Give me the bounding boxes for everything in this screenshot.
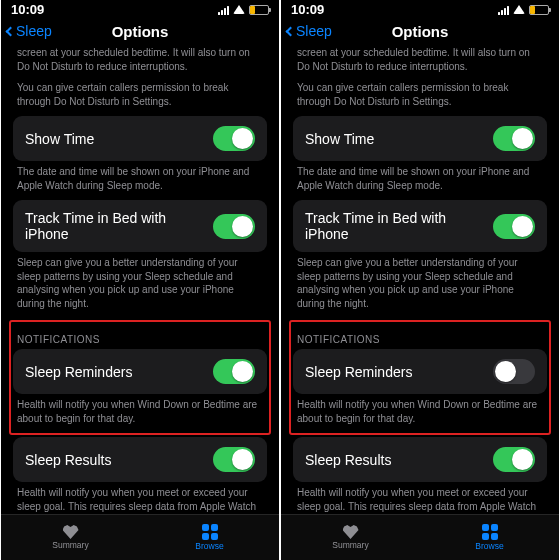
page-title: Options bbox=[281, 23, 559, 40]
tab-summary[interactable]: Summary bbox=[281, 515, 420, 560]
nav-bar: Sleep Options bbox=[281, 16, 559, 46]
content: screen at your scheduled bedtime. It wil… bbox=[1, 46, 279, 514]
status-right bbox=[218, 5, 269, 15]
row-label: Sleep Results bbox=[305, 452, 391, 468]
row-sleep-results[interactable]: Sleep Results bbox=[13, 437, 267, 482]
grid-icon bbox=[482, 524, 498, 540]
tab-label: Summary bbox=[332, 540, 368, 550]
toggle-sleep-reminders[interactable] bbox=[493, 359, 535, 384]
wifi-icon bbox=[513, 5, 525, 14]
status-bar: 10:09 bbox=[281, 0, 559, 16]
toggle-track-time[interactable] bbox=[493, 214, 535, 239]
row-label: Track Time in Bed with iPhone bbox=[25, 210, 213, 242]
row-label: Track Time in Bed with iPhone bbox=[305, 210, 493, 242]
status-time: 10:09 bbox=[291, 2, 324, 17]
desc-show-time: The date and time will be shown on your … bbox=[293, 161, 547, 200]
nav-bar: Sleep Options bbox=[1, 16, 279, 46]
status-right bbox=[498, 5, 549, 15]
section-notifications: NOTIFICATIONS bbox=[13, 322, 267, 349]
tab-browse[interactable]: Browse bbox=[420, 515, 559, 560]
heart-icon bbox=[63, 525, 79, 539]
tab-browse[interactable]: Browse bbox=[140, 515, 279, 560]
grid-icon bbox=[202, 524, 218, 540]
content: screen at your scheduled bedtime. It wil… bbox=[281, 46, 559, 514]
wifi-icon bbox=[233, 5, 245, 14]
toggle-sleep-reminders[interactable] bbox=[213, 359, 255, 384]
intro-desc-2: You can give certain callers permission … bbox=[293, 81, 547, 116]
row-label: Sleep Results bbox=[25, 452, 111, 468]
tab-summary[interactable]: Summary bbox=[1, 515, 140, 560]
desc-sleep-results: Health will notify you when you meet or … bbox=[293, 482, 547, 514]
section-notifications: NOTIFICATIONS bbox=[293, 322, 547, 349]
toggle-sleep-results[interactable] bbox=[493, 447, 535, 472]
intro-desc-1: screen at your scheduled bedtime. It wil… bbox=[293, 46, 547, 81]
intro-desc-1: screen at your scheduled bedtime. It wil… bbox=[13, 46, 267, 81]
signal-icon bbox=[498, 5, 509, 15]
desc-sleep-reminders: Health will notify you when Wind Down or… bbox=[293, 394, 547, 433]
row-label: Show Time bbox=[25, 131, 94, 147]
signal-icon bbox=[218, 5, 229, 15]
row-show-time[interactable]: Show Time bbox=[293, 116, 547, 161]
row-sleep-results[interactable]: Sleep Results bbox=[293, 437, 547, 482]
heart-icon bbox=[343, 525, 359, 539]
tab-bar: Summary Browse bbox=[281, 514, 559, 560]
row-sleep-reminders[interactable]: Sleep Reminders bbox=[13, 349, 267, 394]
highlight-box: NOTIFICATIONS Sleep Reminders Health wil… bbox=[9, 320, 271, 435]
tab-label: Summary bbox=[52, 540, 88, 550]
battery-icon bbox=[249, 5, 269, 15]
intro-desc-2: You can give certain callers permission … bbox=[13, 81, 267, 116]
row-track-time[interactable]: Track Time in Bed with iPhone bbox=[13, 200, 267, 252]
desc-show-time: The date and time will be shown on your … bbox=[13, 161, 267, 200]
tab-label: Browse bbox=[195, 541, 223, 551]
desc-track-time: Sleep can give you a better understandin… bbox=[293, 252, 547, 318]
desc-sleep-reminders: Health will notify you when Wind Down or… bbox=[13, 394, 267, 433]
tab-label: Browse bbox=[475, 541, 503, 551]
row-show-time[interactable]: Show Time bbox=[13, 116, 267, 161]
row-label: Sleep Reminders bbox=[25, 364, 132, 380]
row-label: Show Time bbox=[305, 131, 374, 147]
toggle-track-time[interactable] bbox=[213, 214, 255, 239]
desc-sleep-results: Health will notify you when you meet or … bbox=[13, 482, 267, 514]
status-bar: 10:09 bbox=[1, 0, 279, 16]
toggle-sleep-results[interactable] bbox=[213, 447, 255, 472]
highlight-box: NOTIFICATIONS Sleep Reminders Health wil… bbox=[289, 320, 551, 435]
tab-bar: Summary Browse bbox=[1, 514, 279, 560]
row-sleep-reminders[interactable]: Sleep Reminders bbox=[293, 349, 547, 394]
row-track-time[interactable]: Track Time in Bed with iPhone bbox=[293, 200, 547, 252]
toggle-show-time[interactable] bbox=[213, 126, 255, 151]
page-title: Options bbox=[1, 23, 279, 40]
phone-right: 10:09 Sleep Options screen at your sched… bbox=[281, 0, 559, 560]
battery-icon bbox=[529, 5, 549, 15]
desc-track-time: Sleep can give you a better understandin… bbox=[13, 252, 267, 318]
phone-left: 10:09 Sleep Options screen at your sched… bbox=[1, 0, 279, 560]
status-time: 10:09 bbox=[11, 2, 44, 17]
row-label: Sleep Reminders bbox=[305, 364, 412, 380]
toggle-show-time[interactable] bbox=[493, 126, 535, 151]
